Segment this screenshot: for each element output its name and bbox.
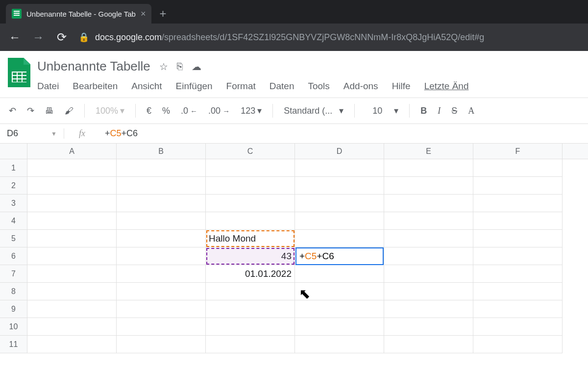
- cell[interactable]: [295, 336, 384, 353]
- zoom-dropdown[interactable]: 100% ▾: [96, 105, 124, 116]
- cell[interactable]: [473, 195, 563, 212]
- row-header-1[interactable]: 1: [0, 159, 27, 177]
- italic-button[interactable]: I: [438, 106, 441, 116]
- cell[interactable]: [295, 300, 384, 318]
- cell[interactable]: [384, 159, 473, 177]
- sheets-logo-icon[interactable]: [8, 58, 30, 87]
- row-header-7[interactable]: 7: [0, 265, 27, 283]
- cell[interactable]: [295, 159, 384, 177]
- decrease-decimal-button[interactable]: .0←: [181, 106, 197, 116]
- row-header-2[interactable]: 2: [0, 177, 27, 195]
- cell[interactable]: [27, 177, 117, 195]
- menu-view[interactable]: Ansicht: [131, 81, 162, 92]
- cell[interactable]: [27, 283, 117, 300]
- cell[interactable]: [295, 283, 384, 300]
- cell[interactable]: [206, 159, 295, 177]
- cell[interactable]: [206, 283, 295, 300]
- cell[interactable]: [384, 195, 473, 212]
- close-tab-icon[interactable]: ×: [141, 9, 146, 19]
- cell[interactable]: [384, 318, 473, 336]
- cell[interactable]: [384, 212, 473, 230]
- font-size-dropdown[interactable]: 10 ▾: [366, 105, 398, 116]
- star-icon[interactable]: ☆: [159, 61, 168, 73]
- cell[interactable]: [27, 300, 117, 318]
- cell[interactable]: [27, 195, 117, 212]
- menu-edit[interactable]: Bearbeiten: [73, 81, 118, 92]
- cell[interactable]: Hallo Mond: [206, 230, 295, 247]
- text-color-button[interactable]: A: [468, 106, 474, 116]
- cell[interactable]: [117, 318, 206, 336]
- document-title[interactable]: Unbenannte Tabelle: [37, 59, 150, 74]
- col-header-d[interactable]: D: [295, 144, 384, 159]
- reload-button[interactable]: ⟳: [55, 30, 69, 44]
- col-header-b[interactable]: B: [117, 144, 206, 159]
- cell[interactable]: [117, 336, 206, 353]
- cell[interactable]: [27, 318, 117, 336]
- menu-tools[interactable]: Tools: [308, 81, 329, 92]
- row-header-6[interactable]: 6: [0, 247, 27, 265]
- cell[interactable]: [206, 177, 295, 195]
- move-icon[interactable]: ⎘: [177, 61, 183, 72]
- col-header-f[interactable]: F: [473, 144, 563, 159]
- cell[interactable]: [206, 212, 295, 230]
- bold-button[interactable]: B: [420, 106, 427, 116]
- cell[interactable]: [117, 212, 206, 230]
- cell[interactable]: [384, 230, 473, 247]
- cell[interactable]: [117, 283, 206, 300]
- cell[interactable]: [473, 283, 563, 300]
- back-button[interactable]: ←: [8, 30, 22, 44]
- row-header-8[interactable]: 8: [0, 283, 27, 300]
- menu-insert[interactable]: Einfügen: [176, 81, 213, 92]
- menu-file[interactable]: Datei: [37, 81, 59, 92]
- cell[interactable]: [384, 283, 473, 300]
- cell[interactable]: [473, 159, 563, 177]
- cell[interactable]: [27, 336, 117, 353]
- menu-format[interactable]: Format: [226, 81, 256, 92]
- cell[interactable]: 01.01.2022: [206, 265, 295, 283]
- cell[interactable]: [27, 212, 117, 230]
- cell[interactable]: [384, 300, 473, 318]
- menu-help[interactable]: Hilfe: [392, 81, 411, 92]
- cell[interactable]: [117, 195, 206, 212]
- cell[interactable]: [295, 195, 384, 212]
- name-box[interactable]: D6▼: [0, 128, 64, 139]
- cell[interactable]: [295, 177, 384, 195]
- menu-data[interactable]: Daten: [270, 81, 294, 92]
- cell[interactable]: [206, 195, 295, 212]
- cell[interactable]: [206, 318, 295, 336]
- row-header-4[interactable]: 4: [0, 212, 27, 230]
- cloud-status-icon[interactable]: ☁: [192, 61, 201, 73]
- cell[interactable]: [295, 265, 384, 283]
- paint-format-button[interactable]: 🖌: [65, 106, 74, 116]
- menu-addons[interactable]: Add-ons: [343, 81, 378, 92]
- print-button[interactable]: 🖶: [45, 106, 54, 116]
- row-header-11[interactable]: 11: [0, 336, 27, 353]
- cell[interactable]: [473, 247, 563, 265]
- cell[interactable]: [206, 300, 295, 318]
- cell[interactable]: [473, 318, 563, 336]
- col-header-a[interactable]: A: [27, 144, 117, 159]
- strikethrough-button[interactable]: S: [451, 106, 457, 116]
- cell[interactable]: [473, 300, 563, 318]
- cell[interactable]: [473, 177, 563, 195]
- cell[interactable]: [117, 230, 206, 247]
- forward-button[interactable]: →: [31, 30, 45, 44]
- cell[interactable]: [117, 159, 206, 177]
- cell[interactable]: [473, 230, 563, 247]
- cell[interactable]: [206, 336, 295, 353]
- increase-decimal-button[interactable]: .00→: [208, 106, 230, 116]
- cell[interactable]: [27, 265, 117, 283]
- cell[interactable]: [117, 265, 206, 283]
- font-dropdown[interactable]: Standard (... ▾: [284, 105, 343, 116]
- undo-button[interactable]: ↶: [9, 105, 16, 116]
- cell[interactable]: [473, 336, 563, 353]
- cell[interactable]: [27, 247, 117, 265]
- row-header-3[interactable]: 3: [0, 195, 27, 212]
- row-header-10[interactable]: 10: [0, 318, 27, 336]
- currency-button[interactable]: €: [147, 106, 151, 116]
- cell[interactable]: [295, 212, 384, 230]
- cell[interactable]: [117, 177, 206, 195]
- select-all-corner[interactable]: [0, 144, 27, 159]
- cell[interactable]: [384, 177, 473, 195]
- cell[interactable]: [384, 336, 473, 353]
